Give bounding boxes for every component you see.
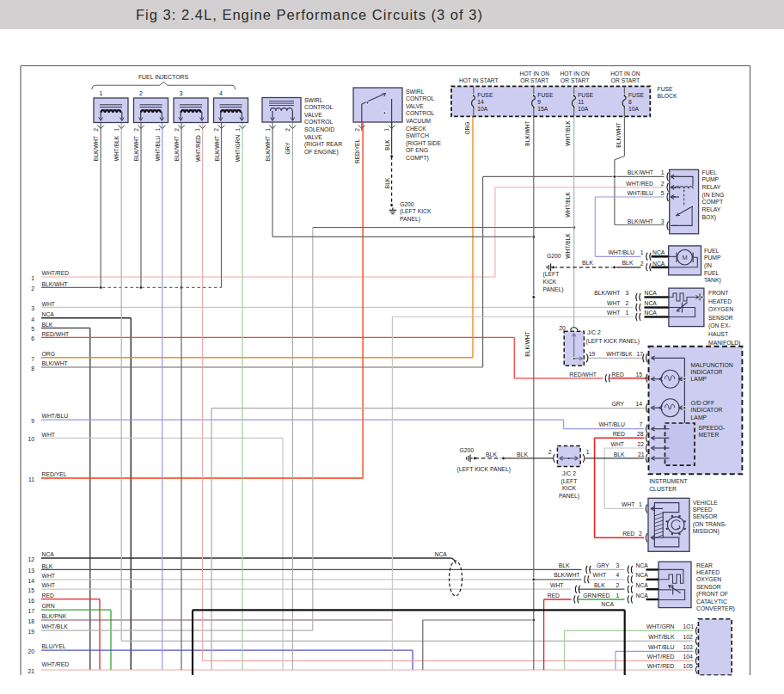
svg-text:MISSION): MISSION) xyxy=(693,528,720,535)
svg-text:BLK: BLK xyxy=(486,451,497,458)
svg-text:WHT: WHT xyxy=(607,310,620,316)
svg-text:WHT/RED: WHT/RED xyxy=(195,135,201,162)
svg-text:(LEFT: (LEFT xyxy=(561,478,578,485)
svg-text:WHT/BLU: WHT/BLU xyxy=(42,413,69,419)
svg-text:OF ENG: OF ENG xyxy=(406,147,428,153)
svg-text:1: 1 xyxy=(640,249,644,255)
svg-text:(LEFT: (LEFT xyxy=(543,271,560,278)
svg-text:2: 2 xyxy=(626,300,629,306)
svg-text:BLK: BLK xyxy=(594,582,605,588)
svg-text:GRN/RED: GRN/RED xyxy=(583,593,609,599)
svg-text:1O1: 1O1 xyxy=(683,623,695,630)
svg-text:ORG: ORG xyxy=(42,351,55,357)
svg-text:GRN: GRN xyxy=(42,603,55,609)
svg-text:(ON EX-: (ON EX- xyxy=(708,322,731,329)
svg-text:1: 1 xyxy=(265,128,271,132)
svg-text:BLK/WHT: BLK/WHT xyxy=(594,290,620,296)
svg-text:RED/YEL: RED/YEL xyxy=(42,471,67,477)
svg-text:WHT/BLU: WHT/BLU xyxy=(598,421,625,427)
svg-text:1: 1 xyxy=(155,128,161,132)
svg-text:FUEL: FUEL xyxy=(702,169,718,175)
svg-text:FUSE: FUSE xyxy=(578,92,594,98)
svg-text:WHT/GRN: WHT/GRN xyxy=(646,623,675,630)
svg-text:CONTROL: CONTROL xyxy=(304,119,333,125)
svg-text:WHT/BLU: WHT/BLU xyxy=(648,644,675,650)
svg-text:WHT/RED: WHT/RED xyxy=(647,663,675,669)
svg-text:WHT/BLK: WHT/BLK xyxy=(565,233,571,259)
svg-text:17: 17 xyxy=(28,608,34,614)
svg-text:28: 28 xyxy=(637,431,644,437)
svg-text:SWITCH: SWITCH xyxy=(406,132,429,138)
svg-text:FUSE: FUSE xyxy=(658,86,674,92)
svg-text:BLK: BLK xyxy=(622,260,634,266)
svg-text:WHT: WHT xyxy=(42,301,55,307)
svg-text:FUEL: FUEL xyxy=(704,270,720,276)
svg-text:HOT IN ON: HOT IN ON xyxy=(560,71,590,77)
svg-text:SPEEDO-: SPEEDO- xyxy=(699,425,726,431)
svg-text:WHT: WHT xyxy=(607,300,620,306)
svg-text:14: 14 xyxy=(28,578,34,584)
svg-text:(RIGHT REAR: (RIGHT REAR xyxy=(304,141,342,148)
svg-text:(RIGHT SIDE: (RIGHT SIDE xyxy=(406,140,442,147)
svg-text:4: 4 xyxy=(31,316,34,322)
svg-text:INDICATOR: INDICATOR xyxy=(691,369,723,375)
svg-text:HEATED: HEATED xyxy=(708,298,732,304)
svg-text:3: 3 xyxy=(31,305,34,311)
svg-text:OF ENGINE): OF ENGINE) xyxy=(304,149,339,156)
svg-text:WHT/BLK: WHT/BLK xyxy=(565,120,571,146)
svg-text:TANK): TANK) xyxy=(704,277,721,284)
svg-text:CATALYTIC: CATALYTIC xyxy=(696,599,727,605)
svg-text:(LEFT KICK PANEL): (LEFT KICK PANEL) xyxy=(457,466,511,473)
svg-text:2: 2 xyxy=(139,90,143,96)
svg-text:2: 2 xyxy=(93,128,99,132)
svg-text:3: 3 xyxy=(180,90,183,96)
svg-text:WHT/BLK: WHT/BLK xyxy=(606,351,633,357)
svg-text:BLK/WHT: BLK/WHT xyxy=(524,331,530,356)
svg-text:2: 2 xyxy=(661,181,665,187)
svg-text:15: 15 xyxy=(28,587,34,593)
svg-text:PANEL): PANEL) xyxy=(559,493,579,500)
svg-text:Fig 3: 2.4L, Engine Performanc: Fig 3: 2.4L, Engine Performance Circuits… xyxy=(136,7,483,22)
svg-text:1: 1 xyxy=(31,275,34,281)
svg-text:10: 10 xyxy=(28,436,34,442)
svg-text:NCA: NCA xyxy=(645,310,658,316)
svg-text:RED: RED xyxy=(548,593,560,599)
svg-text:BLK/WHT: BLK/WHT xyxy=(174,136,180,161)
svg-text:G200: G200 xyxy=(547,253,561,259)
svg-text:VEHICLE: VEHICLE xyxy=(693,500,719,506)
svg-text:SENSOR: SENSOR xyxy=(696,584,721,590)
svg-text:BLK/WHT: BLK/WHT xyxy=(133,136,139,161)
svg-text:OXYGEN: OXYGEN xyxy=(696,576,721,582)
svg-text:BLK: BLK xyxy=(42,322,53,328)
svg-text:BLK: BLK xyxy=(384,139,390,150)
svg-text:FUSE: FUSE xyxy=(628,92,645,98)
svg-text:1: 1 xyxy=(626,310,629,316)
svg-text:J/C 2: J/C 2 xyxy=(562,470,576,476)
svg-text:14: 14 xyxy=(636,401,643,407)
svg-text:2: 2 xyxy=(31,286,34,292)
svg-text:9: 9 xyxy=(31,418,34,424)
svg-text:(LEFT KICK PANEL): (LEFT KICK PANEL) xyxy=(586,338,640,345)
svg-text:1: 1 xyxy=(639,501,642,507)
svg-text:3: 3 xyxy=(661,218,665,224)
svg-text:INSTRUMENT: INSTRUMENT xyxy=(649,478,688,484)
svg-text:(FRONT OF: (FRONT OF xyxy=(696,591,728,598)
svg-text:FRONT: FRONT xyxy=(708,290,728,296)
svg-text:WHT: WHT xyxy=(42,573,55,579)
svg-text:NCA: NCA xyxy=(652,249,665,255)
svg-text:10A: 10A xyxy=(477,106,488,112)
svg-text:BLK/WHT: BLK/WHT xyxy=(628,169,653,175)
svg-text:1: 1 xyxy=(100,90,103,96)
svg-text:LAMP: LAMP xyxy=(691,415,707,421)
svg-text:4: 4 xyxy=(219,90,223,96)
svg-text:WHT/GRN: WHT/GRN xyxy=(235,135,241,163)
svg-text:15A: 15A xyxy=(537,106,548,112)
svg-text:NCA: NCA xyxy=(42,551,55,557)
svg-text:FUEL INJECTORS: FUEL INJECTORS xyxy=(138,74,189,80)
svg-text:GRY: GRY xyxy=(285,142,291,155)
svg-text:O/D OFF: O/D OFF xyxy=(691,400,715,406)
svg-text:FUEL: FUEL xyxy=(704,248,720,254)
svg-text:WHT/RED: WHT/RED xyxy=(42,270,70,276)
svg-text:105: 105 xyxy=(683,663,694,669)
svg-text:HEATED: HEATED xyxy=(696,569,720,575)
